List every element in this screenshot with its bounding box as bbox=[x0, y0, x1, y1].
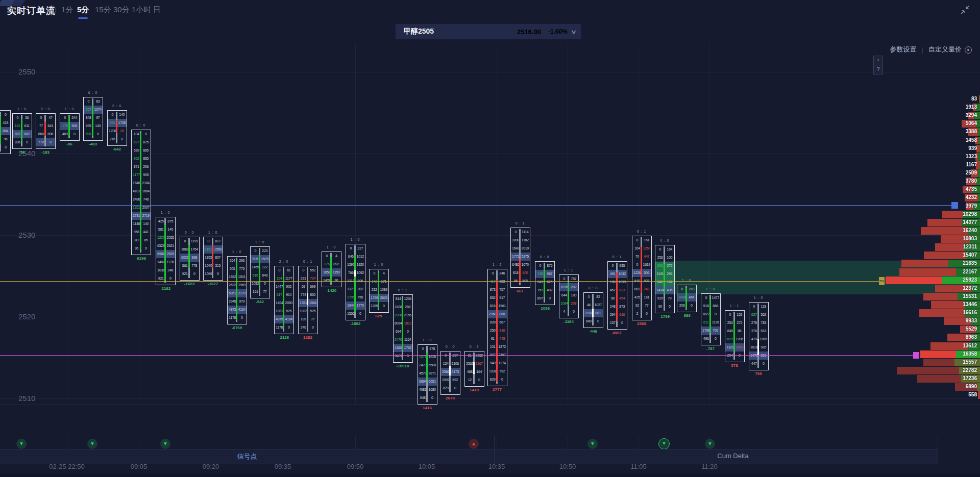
footprint-candle[interactable]: 0561616118878828960 bbox=[12, 113, 32, 149]
buy-signal-icon[interactable]: ▼ bbox=[87, 439, 97, 449]
footprint-candle[interactable]: 014059117081708282160 bbox=[107, 110, 127, 146]
panel-help-button[interactable]: ? bbox=[873, 65, 883, 74]
footprint-candle[interactable]: 0161164126070447016191226506640928881242… bbox=[632, 236, 652, 320]
profile-row[interactable]: 558 bbox=[878, 391, 980, 399]
profile-row[interactable]: 21635 bbox=[878, 260, 980, 267]
buy-signal-icon[interactable]: ▼ bbox=[658, 438, 670, 449]
sub-panel-band bbox=[0, 449, 938, 464]
footprint-candle[interactable]: 0478107116282479650845798871689466514981… bbox=[418, 344, 437, 405]
buy-signal-icon[interactable]: ▼ bbox=[160, 439, 170, 449]
footprint-candle[interactable]: 4258755811401227205565292621598125291487… bbox=[156, 217, 176, 285]
ask-volume: 1012 bbox=[356, 253, 365, 261]
imbalance-count-label: 1 : 0 bbox=[351, 238, 360, 241]
lower-magenta-marker[interactable] bbox=[913, 352, 919, 359]
footprint-candle[interactable]: 0147751886618270611112817987024960 bbox=[701, 293, 721, 345]
footprint-candle[interactable]: 021810444642060 bbox=[677, 285, 697, 312]
footprint-candle[interactable]: 61226225622267468164120 bbox=[464, 351, 484, 387]
footprint-candle[interactable]: 8141256162828820062156809418126940247011… bbox=[393, 294, 413, 363]
cum-delta-panel-label[interactable]: Cum Delta bbox=[717, 452, 748, 460]
buy-signal-icon[interactable]: ▼ bbox=[705, 439, 715, 449]
signal-panel-label[interactable]: 信号点 bbox=[237, 452, 257, 461]
profile-row[interactable]: 8963 bbox=[878, 334, 980, 341]
ask-volume: 1260 bbox=[642, 244, 652, 253]
upper-blue-marker[interactable] bbox=[951, 202, 958, 209]
profile-row[interactable]: 1323 bbox=[878, 153, 980, 161]
footprint-candle[interactable]: 0246417983873757852917816156129608688286… bbox=[487, 269, 507, 386]
profile-row[interactable]: 1458 bbox=[878, 137, 980, 144]
profile-row[interactable]: 14377 bbox=[878, 219, 980, 227]
ask-volume: 687 bbox=[498, 318, 507, 327]
profile-row[interactable]: 5064 bbox=[878, 120, 980, 128]
footprint-candle[interactable]: 0414217123210891799262612850 bbox=[369, 269, 389, 313]
footprint-candle[interactable]: 0223505157514551225166491032016177 bbox=[250, 246, 270, 298]
footprint-candle[interactable]: 0111418901182164220191772537564861670818… bbox=[510, 228, 530, 288]
profile-row[interactable]: 83 bbox=[878, 95, 980, 103]
profile-row[interactable]: 3979 bbox=[878, 203, 980, 210]
profile-row[interactable]: 4735 bbox=[878, 186, 980, 193]
profile-row[interactable]: 13446 bbox=[878, 301, 980, 309]
profile-row[interactable]: 5529 bbox=[878, 325, 980, 333]
footprint-candle[interactable]: 0417689216581150142896 bbox=[322, 252, 341, 287]
footprint-candle[interactable]: 029712421062566417320975928290 bbox=[440, 351, 460, 395]
profile-row[interactable]: 17236 bbox=[878, 375, 980, 383]
order-flow-chart[interactable]: 02-25 22:5009:0509:2009:3509:5010:0510:3… bbox=[0, 0, 980, 477]
expand-panel-button[interactable]: › bbox=[873, 56, 883, 65]
footprint-candle[interactable]: 011991869176460298985617789210 bbox=[180, 237, 200, 281]
footprint-candle[interactable]: 0152250272845866291286132114182040 bbox=[725, 310, 745, 362]
sell-signal-icon[interactable]: ▲ bbox=[469, 439, 479, 449]
profile-row[interactable]: 13612 bbox=[878, 342, 980, 350]
candle-delta-label: -483 bbox=[89, 142, 97, 146]
poc-yellow-marker[interactable]: POC bbox=[879, 277, 885, 285]
footprint-candle[interactable]: 0817119115681865807104031510990 bbox=[203, 237, 223, 281]
profile-row[interactable]: 12372 bbox=[878, 285, 980, 292]
ask-volume: 282 bbox=[569, 283, 579, 291]
profile-row[interactable]: 22782 bbox=[878, 367, 980, 374]
footprint-candle[interactable]: 0552231724696997748501351156610225251897… bbox=[298, 266, 318, 334]
profile-row[interactable]: 2509 bbox=[878, 169, 980, 177]
profile-row[interactable]: 3294 bbox=[878, 112, 980, 119]
profile-row[interactable]: 10298 bbox=[878, 211, 980, 218]
profile-row[interactable]: 22167 bbox=[878, 268, 980, 276]
footprint-candle[interactable]: 0164256100695275119129664016414344369297… bbox=[655, 245, 675, 313]
footprint-candle[interactable]: 08757489675498237574928970 bbox=[535, 261, 555, 305]
footprint-candle[interactable]: 0835571074848976951405980 bbox=[83, 97, 103, 141]
imbalance-count-label: 1 : 1 bbox=[564, 268, 574, 272]
footprint-candle[interactable]: 3120546418102188435596880 bbox=[0, 110, 11, 154]
footprint-candle[interactable]: 0935491104219610994578239845424887329461… bbox=[607, 261, 627, 330]
buy-signal-icon[interactable]: ▼ bbox=[587, 439, 598, 449]
footprint-candle[interactable]: 0118637562278783376518470181618189261478… bbox=[749, 302, 769, 370]
ask-volume: 180 bbox=[569, 291, 579, 299]
profile-row[interactable]: 3780 bbox=[878, 178, 980, 185]
profile-row[interactable]: 939 bbox=[878, 145, 980, 153]
profile-row[interactable]: 9933 bbox=[878, 317, 980, 325]
profile-row[interactable]: 1913 bbox=[878, 104, 980, 111]
ask-volume: 4173 bbox=[451, 368, 460, 376]
buy-signal-icon[interactable]: ▼ bbox=[16, 439, 27, 449]
footprint-candle[interactable]: 1040627875689885952885871296117790516462… bbox=[131, 130, 151, 255]
profile-row[interactable]: 6890 bbox=[878, 383, 980, 391]
profile-row[interactable]: 16358 bbox=[878, 350, 980, 358]
footprint-candle[interactable]: 047776418688967700 bbox=[36, 113, 56, 149]
profile-row[interactable]: 10803 bbox=[878, 235, 980, 243]
footprint-candle[interactable]: 02441765054690 bbox=[60, 113, 80, 141]
profile-row[interactable]: 4232 bbox=[878, 194, 980, 202]
profile-row[interactable]: 16616 bbox=[878, 309, 980, 317]
profile-row[interactable]: 1167 bbox=[878, 161, 980, 169]
profile-row[interactable]: 15407 bbox=[878, 252, 980, 259]
ask-volume: 0 bbox=[1, 143, 11, 152]
footprint-candle[interactable]: 0227646101212971920766109212139061379282… bbox=[346, 244, 365, 320]
profile-row[interactable]: 16240 bbox=[878, 227, 980, 235]
profile-row[interactable]: 12311 bbox=[878, 243, 980, 251]
profile-row[interactable]: 25923 bbox=[878, 277, 980, 284]
imbalance-count-label: 0 : 1 bbox=[637, 230, 647, 233]
ask-volume: 1568 bbox=[213, 245, 223, 254]
ask-volume: 983 bbox=[498, 278, 507, 286]
footprint-candle[interactable]: 2642965057751852150125321969585121702948… bbox=[227, 256, 247, 324]
profile-row[interactable]: 3388 bbox=[878, 128, 980, 136]
ask-volume: 83 bbox=[93, 97, 103, 106]
footprint-candle[interactable]: 08244102721878816490 bbox=[583, 292, 603, 328]
ask-volume: 8871 bbox=[428, 369, 437, 378]
profile-row[interactable]: 15531 bbox=[878, 293, 980, 300]
profile-row[interactable]: 15557 bbox=[878, 359, 980, 366]
footprint-candle[interactable]: 0611641177144790261791414942050102152548… bbox=[274, 266, 294, 334]
